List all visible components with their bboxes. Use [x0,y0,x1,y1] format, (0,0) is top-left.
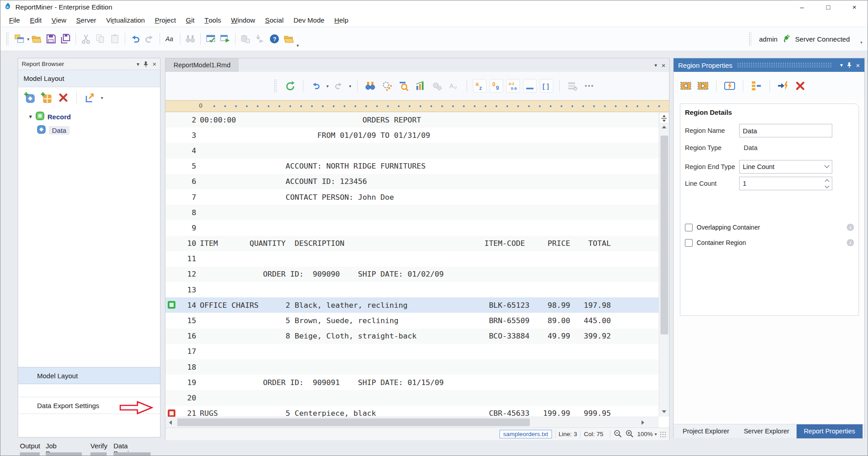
editor-lines[interactable]: 200:00:00 ORDERS REPORT3 FROM 01/01/09 T… [165,112,659,418]
spin-up-icon[interactable] [825,179,830,183]
tab-project-explorer[interactable]: Project Explorer [675,424,736,438]
move-region-start-icon[interactable] [679,79,693,93]
splitter-icon[interactable] [660,113,668,124]
info-icon[interactable]: i [847,224,854,231]
export-icon[interactable] [84,91,96,104]
nav-model-layout[interactable]: Model Layout [18,367,160,384]
sort-az-icon[interactable]: az [473,79,486,93]
undo-icon[interactable] [309,79,323,93]
menu-view[interactable]: View [47,13,71,27]
menu-git[interactable]: Git [181,13,199,27]
save-icon[interactable] [44,32,58,46]
search-icon[interactable] [397,79,410,93]
menu-edit[interactable]: Edit [25,13,47,27]
menu-project[interactable]: Project [150,13,181,27]
menu-file[interactable]: File [4,13,25,27]
tab-output[interactable]: Output [20,442,40,450]
add-table-icon[interactable] [40,91,53,104]
zoom-level-select[interactable]: 100% ▾ [637,431,657,437]
refresh-icon[interactable] [283,79,297,93]
spin-down-icon[interactable] [825,183,830,188]
region-start-marker-icon[interactable] [168,301,175,309]
info-icon[interactable]: i [847,239,854,246]
more-icon[interactable] [582,79,596,93]
folder-icon[interactable] [282,32,296,46]
delete-icon[interactable] [57,91,70,104]
find-pattern-icon[interactable] [363,79,377,93]
editor-toolbar-grip[interactable] [274,79,277,93]
editor-line-4[interactable]: 4 [165,143,659,158]
menu-social[interactable]: Social [260,13,288,27]
editor-line-15[interactable]: 15 5 Brown, Suede, reclining BRN-65509 8… [165,313,659,328]
horizontal-scroll-thumb[interactable] [177,418,530,426]
redo-dropdown-icon[interactable]: ▾ [349,84,351,89]
move-region-end-icon[interactable] [696,79,710,93]
editor-line-13[interactable]: 13 [165,282,659,297]
scroll-right-icon[interactable] [642,420,644,425]
undo-icon[interactable] [128,32,142,46]
menu-dev-mode[interactable]: Dev Mode [288,13,329,27]
tree-item-record[interactable]: ▼ Record [18,110,160,123]
editor-line-21[interactable]: 21RUGS 5 Centerpiece, black CBR-45633 19… [165,406,659,418]
pattern-settings-icon[interactable] [380,79,394,93]
pin-icon[interactable] [143,61,148,67]
sort-09-icon[interactable]: 09 [490,79,503,93]
zoom-out-icon[interactable] [613,429,622,439]
editor-line-18[interactable]: 18 [165,359,659,375]
toolbar-grip-right[interactable] [749,32,751,46]
editor-line-9[interactable]: 9 [165,220,659,235]
minimize-button[interactable]: – [789,0,815,13]
editor-line-3[interactable]: 3 FROM 01/01/09 TO 01/31/09 [165,127,659,143]
editor-ruler[interactable]: O [165,100,669,112]
tab-report-properties[interactable]: Report Properties [797,424,863,438]
editor-line-19[interactable]: 19 ORDER ID: 909091 SHIP DATE: 01/15/09 [165,375,659,390]
sort-az09-icon[interactable]: a-z0-9 [506,79,520,93]
tab-server-explorer[interactable]: Server Explorer [736,424,797,438]
editor-line-6[interactable]: 6 ACCOUNT ID: 123456 [165,174,659,189]
open-folder-icon[interactable] [29,32,44,46]
tree-item-data[interactable]: Data [18,123,160,137]
tab-list-icon[interactable]: ▾ [655,62,657,68]
underscore-icon[interactable] [523,79,537,93]
close-icon[interactable]: × [856,61,860,69]
menu-help[interactable]: Help [330,13,354,27]
tab-verify[interactable]: Verify [90,442,108,450]
toolbar-overflow-right-icon[interactable]: ▾ [860,40,863,45]
window-run-icon[interactable] [218,32,232,46]
horizontal-scrollbar[interactable] [165,417,659,428]
panel-menu-icon[interactable]: ▾ [137,61,139,67]
new-report-icon[interactable] [12,32,27,46]
chevron-down-icon[interactable]: ▼ [28,114,35,119]
pin-icon[interactable] [847,62,852,68]
region-end-type-select[interactable]: Line Count [739,160,832,174]
tab-close-icon[interactable]: × [661,61,665,69]
highlight-region-icon[interactable] [723,79,736,93]
font-case-icon[interactable]: Aa [163,32,177,46]
editor-line-20[interactable]: 20 [165,390,659,405]
scroll-up-icon[interactable] [662,126,666,128]
maximize-button[interactable]: □ [815,0,841,13]
scroll-left-icon[interactable] [169,420,172,425]
menu-virtualization[interactable]: Virtualization [101,13,150,27]
zoom-in-icon[interactable] [625,429,634,439]
toolbar-overflow-icon[interactable]: ▾ [297,43,299,48]
apply-region-icon[interactable] [776,79,790,93]
line-count-spinner[interactable]: 1 [739,177,832,190]
region-marker-icon[interactable] [168,409,175,417]
create-fields-icon[interactable] [750,79,763,93]
editor-line-7[interactable]: 7 CONTACT PERSON: John Doe [165,189,659,205]
editor-line-14[interactable]: 14OFFICE CHAIRS 2 Black, leather, reclin… [165,297,659,313]
toolbar-grip[interactable] [6,32,9,46]
export-dropdown-icon[interactable]: ▾ [101,95,103,100]
resize-grip[interactable] [660,431,666,438]
source-file-chip[interactable]: sampleorders.txt [500,430,552,438]
save-all-icon[interactable] [58,32,73,46]
delete-region-icon[interactable] [793,79,807,93]
help-icon[interactable]: ? [267,32,282,46]
editor-line-12[interactable]: 12 ORDER ID: 909090 SHIP DATE: 01/02/09 [165,267,659,282]
editor-line-5[interactable]: 5 ACCOUNT: NORTH RIDGE FURNITURES [165,159,659,174]
add-region-icon[interactable] [24,91,36,104]
region-name-input[interactable] [739,124,832,137]
vertical-scrollbar[interactable] [659,112,669,417]
chart-icon[interactable] [414,79,427,93]
